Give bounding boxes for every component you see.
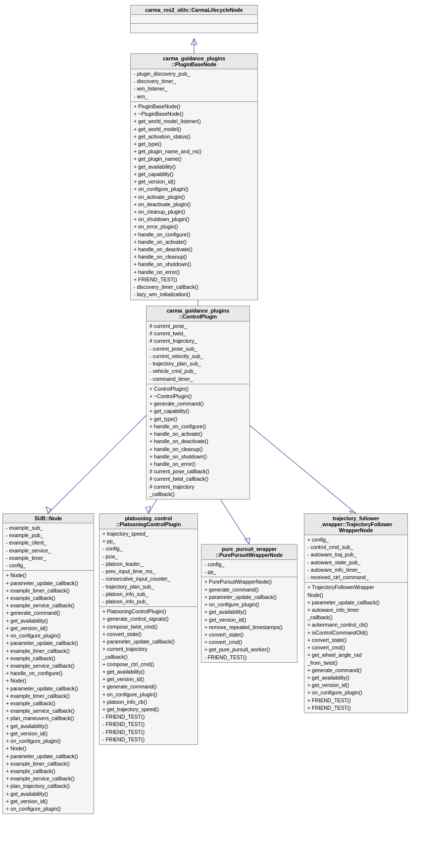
pure-pursuit-box: pure_pursuit_wrapper ::PurePursuitWrappe… <box>201 544 297 663</box>
plugin-base-title: carma_guidance_plugins ::PluginBaseNode <box>131 54 257 69</box>
trajectory-follower-methods: + TrajectoryFollowerWrapper Node() + par… <box>304 583 407 713</box>
svg-line-4 <box>48 415 146 513</box>
trajectory-follower-title: trajectory_follower _wrapper::Trajectory… <box>304 514 407 535</box>
sub-node-fields: - example_sub_ - example_pub_ - example_… <box>3 523 94 571</box>
svg-marker-9 <box>245 538 250 544</box>
sub-node-title: SUB::Node <box>3 514 94 523</box>
control-plugin-methods: + ControlPlugin() + ~ControlPlugin() + g… <box>147 384 249 499</box>
svg-marker-7 <box>146 506 150 513</box>
carma-lifecycle-section2 <box>131 24 257 33</box>
svg-marker-1 <box>191 39 197 45</box>
carma-lifecycle-node-box: carma_ros2_utils::CarmaLifecycleNode <box>130 5 258 33</box>
pure-pursuit-methods: + PurePursuitWrapperNode() + generate_co… <box>201 577 297 662</box>
diagram-container: carma_ros2_utils::CarmaLifecycleNode car… <box>0 0 445 868</box>
carma-lifecycle-title: carma_ros2_utils::CarmaLifecycleNode <box>131 5 257 15</box>
plugin-base-methods: + PluginBaseNode() + ~PluginBaseNode() +… <box>131 102 257 300</box>
platooning-title: platooning_control ::PlatooningControlPl… <box>99 514 198 529</box>
svg-marker-5 <box>46 507 51 513</box>
platooning-methods: + PlatooningControlPlugin() + generate_c… <box>99 607 198 744</box>
platooning-fields: + trajectory_speed_ + pp_ - config_ - pc… <box>99 529 198 607</box>
platooning-control-box: platooning_control ::PlatooningControlPl… <box>99 513 198 745</box>
sub-node-methods: + Node() + parameter_update_callback() +… <box>3 571 94 814</box>
plugin-base-node-box: carma_guidance_plugins ::PluginBaseNode … <box>130 53 258 300</box>
control-plugin-fields: # current_pose_ # current_twist_ # curre… <box>147 321 249 384</box>
plugin-base-fields: - plugin_discovery_pub_ - discovery_time… <box>131 69 257 102</box>
carma-lifecycle-section1 <box>131 15 257 24</box>
svg-line-10 <box>238 415 356 513</box>
trajectory-follower-fields: + config_ - control_cmd_sub_ - autoware_… <box>304 535 407 583</box>
control-plugin-title: carma_guidance_plugins ::ControlPlugin <box>147 306 249 321</box>
pure-pursuit-title: pure_pursuit_wrapper ::PurePursuitWrappe… <box>201 545 297 560</box>
sub-node-box: SUB::Node - example_sub_ - example_pub_ … <box>2 513 94 814</box>
control-plugin-box: carma_guidance_plugins ::ControlPlugin #… <box>146 306 250 500</box>
trajectory-follower-box: trajectory_follower _wrapper::Trajectory… <box>304 513 408 713</box>
pure-pursuit-fields: - config_ - pp_ <box>201 560 297 577</box>
